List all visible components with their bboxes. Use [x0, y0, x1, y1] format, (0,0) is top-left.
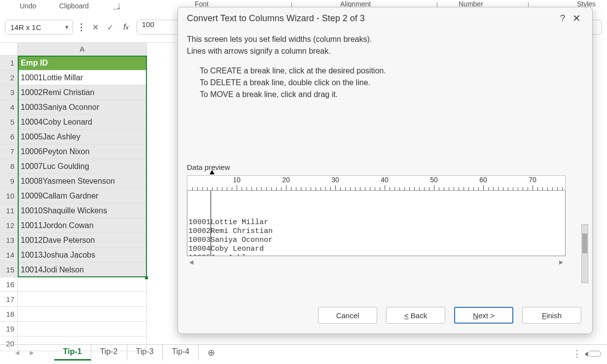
data-cell[interactable]: 10013Joshua Jacobs [18, 248, 147, 263]
break-arrow-icon[interactable] [210, 170, 214, 174]
sheet-tab[interactable]: Tip-3 [127, 344, 163, 361]
row-header[interactable]: 10 [0, 189, 18, 203]
row-header[interactable]: 19 [0, 322, 18, 336]
next-button[interactable]: Next > [454, 307, 513, 324]
preview-line: 10003Saniya Oconnor [188, 236, 564, 245]
row-header[interactable]: 18 [0, 307, 18, 322]
text-to-columns-dialog: Convert Text to Columns Wizard - Step 2 … [178, 7, 593, 334]
instr-move: To MOVE a break line, click and drag it. [200, 90, 583, 99]
preview-scroll-left-icon[interactable]: ◄ [188, 258, 195, 266]
spreadsheet-grid[interactable]: A 1 Emp ID 210001Lottie Millar310002Remi… [0, 42, 178, 342]
row-header[interactable]: 3 [0, 85, 18, 100]
preview-box[interactable]: 10001Lottie Millar10002Remi Christian100… [187, 190, 566, 256]
cell-a1-header[interactable]: Emp ID [18, 56, 147, 70]
data-cell[interactable]: 10001Lottie Millar [18, 70, 147, 85]
ribbon-undo-label[interactable]: Undo [20, 2, 36, 10]
data-cell[interactable]: 10003Saniya Oconnor [18, 100, 147, 115]
empty-cell[interactable] [18, 322, 147, 336]
preview-scroll-right-icon[interactable]: ► [558, 258, 565, 266]
dialog-intro-1: This screen lets you set field widths (c… [187, 35, 583, 44]
row-header[interactable]: 11 [0, 203, 18, 218]
sheet-tab-bar: ◄ ► Tip-1Tip-2Tip-3Tip-4 ⊕ [0, 344, 607, 360]
data-rows: 210001Lottie Millar310002Remi Christian4… [0, 70, 178, 277]
dialog-launcher-icon[interactable] [113, 3, 119, 9]
row-header[interactable]: 12 [0, 218, 18, 233]
tab-nav-left-icon[interactable]: ◄ [10, 349, 25, 357]
data-cell[interactable]: 10007Luc Goulding [18, 159, 147, 174]
preview-line: 10005Jac Ashley [188, 254, 564, 256]
row-header[interactable]: 1 [0, 56, 18, 70]
ruler-tick-label: 50 [430, 176, 438, 184]
close-icon[interactable]: ✕ [570, 12, 583, 24]
name-box[interactable]: 14R x 1C ▼ [5, 20, 73, 34]
formula-value: 100 [142, 20, 154, 29]
dialog-intro-2: Lines with arrows signify a column break… [187, 47, 583, 56]
ruler-tick-label: 40 [381, 176, 389, 184]
ruler-tick-label: 10 [233, 176, 241, 184]
cancel-button[interactable]: Cancel [318, 307, 377, 324]
ribbon-clipboard-label[interactable]: Clipboard [59, 2, 89, 10]
preview-line: 10001Lottie Millar [188, 218, 564, 227]
data-cell[interactable]: 10005Jac Ashley [18, 130, 147, 144]
data-cell[interactable]: 10004Coby Leonard [18, 115, 147, 130]
finish-button[interactable]: Finish [522, 307, 581, 324]
break-line[interactable] [211, 191, 211, 256]
row-header[interactable]: 6 [0, 130, 18, 144]
data-cell[interactable]: 10014Jodi Nelson [18, 263, 147, 277]
data-cell[interactable]: 10006Peyton Nixon [18, 144, 147, 159]
colon-icon: ⋮ [77, 22, 86, 33]
data-cell[interactable]: 10010Shaquille Wickens [18, 203, 147, 218]
more-options-icon[interactable]: ⋮ [572, 348, 581, 359]
empty-rows: 1617181920 [0, 277, 178, 351]
row-header[interactable]: 17 [0, 292, 18, 307]
column-header-a[interactable]: A [18, 43, 147, 56]
row-header[interactable]: 2 [0, 70, 18, 85]
preview-vertical-scrollbar[interactable] [581, 224, 588, 283]
chevron-down-icon[interactable]: ▼ [64, 24, 70, 30]
row-header[interactable]: 16 [0, 277, 18, 292]
horizontal-scrollbar[interactable] [588, 351, 601, 357]
row-header[interactable]: 8 [0, 159, 18, 174]
row-header[interactable]: 15 [0, 263, 18, 277]
dialog-title: Convert Text to Columns Wizard - Step 2 … [187, 13, 365, 24]
row-header[interactable]: 4 [0, 100, 18, 115]
row-header[interactable]: 9 [0, 174, 18, 189]
preview-line: 10004Coby Leonard [188, 245, 564, 254]
ruler-tick-label: 70 [529, 176, 536, 184]
ruler-tick-label: 60 [479, 176, 487, 184]
data-cell[interactable]: 10009Callam Gardner [18, 189, 147, 203]
preview-line: 10002Remi Christian [188, 227, 564, 236]
empty-cell[interactable] [18, 292, 147, 307]
sheet-tab[interactable]: Tip-2 [91, 344, 127, 361]
sheet-tab[interactable]: Tip-4 [163, 344, 199, 361]
ruler-tick-label: 20 [282, 176, 290, 184]
row-header[interactable]: 7 [0, 144, 18, 159]
empty-cell[interactable] [18, 307, 147, 322]
row-header[interactable]: 5 [0, 115, 18, 130]
cancel-entry-icon[interactable]: ✕ [90, 23, 101, 32]
data-cell[interactable]: 10011Jordon Cowan [18, 218, 147, 233]
fx-icon[interactable]: fx [123, 22, 129, 32]
back-button[interactable]: < Back [386, 307, 445, 324]
preview-ruler[interactable]: 10203040506070 [187, 175, 566, 190]
instr-create: To CREATE a break line, click at the des… [200, 66, 583, 75]
instr-delete: To DELETE a break line, double click on … [200, 78, 583, 87]
select-all-corner[interactable] [0, 43, 18, 56]
data-cell[interactable]: 10012Dave Peterson [18, 233, 147, 248]
add-sheet-button[interactable]: ⊕ [199, 344, 224, 361]
ruler-tick-label: 30 [331, 176, 339, 184]
row-header[interactable]: 13 [0, 233, 18, 248]
help-button[interactable]: ? [556, 13, 570, 24]
row-header[interactable]: 14 [0, 248, 18, 263]
name-box-value: 14R x 1C [10, 23, 41, 32]
confirm-entry-icon[interactable]: ✓ [105, 23, 115, 32]
tab-nav-right-icon[interactable]: ► [25, 349, 39, 357]
sheet-tab[interactable]: Tip-1 [54, 344, 91, 361]
data-cell[interactable]: 10002Remi Christian [18, 85, 147, 100]
empty-cell[interactable] [18, 277, 147, 292]
preview-label: Data preview [187, 163, 583, 171]
data-cell[interactable]: 10008Yasmeen Stevenson [18, 174, 147, 189]
